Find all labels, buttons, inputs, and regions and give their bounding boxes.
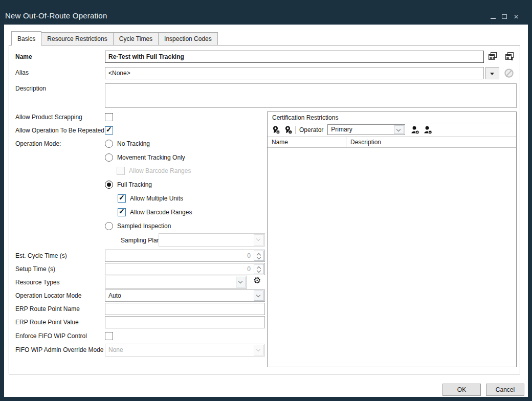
add-operator-icon[interactable]	[410, 125, 420, 135]
fifo-wip-admin-override-mode-combobox: None	[105, 344, 265, 357]
est-cycle-time-input[interactable]: 0	[105, 250, 265, 262]
operation-locator-mode-combobox[interactable]: Auto	[105, 289, 265, 302]
allow-product-scrapping-checkbox[interactable]: ✓	[105, 113, 113, 121]
operator-label: Operator	[299, 126, 323, 133]
operation-mode-label: Operation Mode:	[15, 140, 61, 148]
alias-dropdown-button[interactable]	[485, 67, 499, 79]
cancel-button[interactable]: Cancel	[486, 384, 524, 396]
column-header-description[interactable]: Description	[346, 137, 516, 147]
movement-barcode-label: Allow Barcode Ranges	[129, 167, 191, 175]
erp-route-point-name-label: ERP Route Point Name	[15, 305, 80, 313]
alias-no-edit-icon	[504, 68, 514, 78]
allow-multiple-units-label: Allow Multiple Units	[130, 194, 183, 203]
fifo-wip-admin-override-mode-label: FIFO WIP Admin Override Mode	[15, 346, 104, 354]
full-tracking-radio[interactable]	[105, 181, 113, 189]
sampled-inspection-label: Sampled Inspection	[117, 222, 171, 230]
tab-basics[interactable]: Basics	[11, 31, 41, 46]
sampling-plan-combobox	[159, 233, 265, 247]
resource-types-combobox[interactable]	[105, 276, 247, 288]
tab-strip: Basics Resource Restrictions Cycle Times…	[11, 31, 217, 46]
description-textarea[interactable]	[105, 83, 517, 108]
certification-table-body[interactable]	[268, 148, 516, 367]
window-title: New Out-Of-Route Operation	[5, 11, 107, 20]
alias-combobox[interactable]: <None>	[105, 67, 484, 79]
description-label: Description	[15, 84, 46, 93]
copy-name-edit-icon[interactable]	[504, 51, 515, 61]
dialog-window: New Out-Of-Route Operation ✕ Basics Reso…	[0, 0, 532, 401]
toolbar-separator	[295, 126, 296, 134]
erp-route-point-value-label: ERP Route Point Value	[15, 318, 79, 326]
certification-restrictions-panel: Certification Restrictions	[267, 112, 517, 367]
tab-inspection-codes[interactable]: Inspection Codes	[158, 32, 218, 46]
enforce-fifo-wip-control-label: Enforce FIFO WIP Control	[15, 332, 87, 340]
resource-types-gear-icon[interactable]: ⚙	[253, 276, 261, 285]
titlebar: New Out-Of-Route Operation ✕	[0, 0, 532, 25]
movement-tracking-radio[interactable]	[105, 153, 113, 162]
est-cycle-time-label: Est. Cycle Time (s)	[15, 252, 67, 260]
maximize-icon[interactable]	[500, 13, 508, 21]
allow-multiple-units-checkbox[interactable]: ✓	[118, 194, 126, 203]
minimize-icon[interactable]	[489, 13, 497, 21]
operator-combobox[interactable]: Primary	[327, 124, 405, 135]
operation-locator-dropdown-icon[interactable]	[254, 291, 264, 301]
remove-certification-icon[interactable]	[284, 125, 293, 135]
erp-route-point-value-input[interactable]	[105, 316, 265, 328]
allow-barcode-ranges-label: Allow Barcode Ranges	[130, 208, 192, 216]
alias-label: Alias	[15, 69, 29, 77]
resource-types-dropdown-icon[interactable]	[236, 277, 246, 287]
certification-restrictions-title: Certification Restrictions	[268, 112, 516, 123]
ok-button[interactable]: OK	[442, 384, 481, 396]
tab-resource-restrictions[interactable]: Resource Restrictions	[41, 32, 113, 46]
allow-operation-repeated-checkbox[interactable]: ✓	[105, 126, 113, 135]
column-header-name[interactable]: Name	[268, 137, 346, 147]
allow-barcode-ranges-checkbox[interactable]: ✓	[118, 208, 126, 216]
movement-barcode-checkbox: ✓	[117, 167, 125, 175]
name-label: Name	[15, 53, 32, 61]
tab-cycle-times[interactable]: Cycle Times	[113, 32, 159, 46]
est-cycle-time-spinner[interactable]	[254, 251, 264, 261]
operation-locator-mode-label: Operation Locator Mode	[15, 292, 81, 300]
copy-name-icon[interactable]	[487, 51, 498, 61]
certification-table-header: Name Description	[268, 137, 516, 148]
fifo-override-dropdown-icon	[254, 345, 264, 355]
setup-time-spinner[interactable]	[254, 264, 264, 274]
setup-time-input[interactable]: 0	[105, 263, 265, 275]
dialog-content: Basics Resource Restrictions Cycle Times…	[4, 25, 528, 397]
allow-operation-repeated-label: Allow Operation To Be Repeated	[15, 126, 104, 135]
erp-route-point-name-input[interactable]	[105, 303, 265, 315]
name-input[interactable]: Re-Test with Full Tracking	[105, 51, 484, 63]
close-icon[interactable]: ✕	[512, 13, 520, 21]
sampling-plan-dropdown-icon	[254, 234, 264, 246]
movement-tracking-label: Movement Tracking Only	[117, 153, 185, 162]
certification-toolbar: Operator Primary	[268, 123, 516, 137]
full-tracking-label: Full Tracking	[117, 181, 152, 189]
sampling-plan-label: Sampling Plan:	[121, 236, 162, 244]
allow-product-scrapping-label: Allow Product Scrapping	[15, 113, 82, 121]
sampled-inspection-radio[interactable]	[105, 222, 113, 230]
resource-types-label: Resource Types	[15, 278, 60, 286]
add-certification-icon[interactable]	[272, 125, 281, 135]
enforce-fifo-wip-control-checkbox[interactable]: ✓	[105, 332, 113, 340]
no-tracking-radio[interactable]	[105, 140, 113, 148]
remove-operator-icon[interactable]	[423, 125, 433, 135]
no-tracking-label: No Tracking	[117, 140, 150, 148]
setup-time-label: Setup Time (s)	[15, 265, 55, 273]
operator-dropdown-icon[interactable]	[394, 125, 404, 134]
